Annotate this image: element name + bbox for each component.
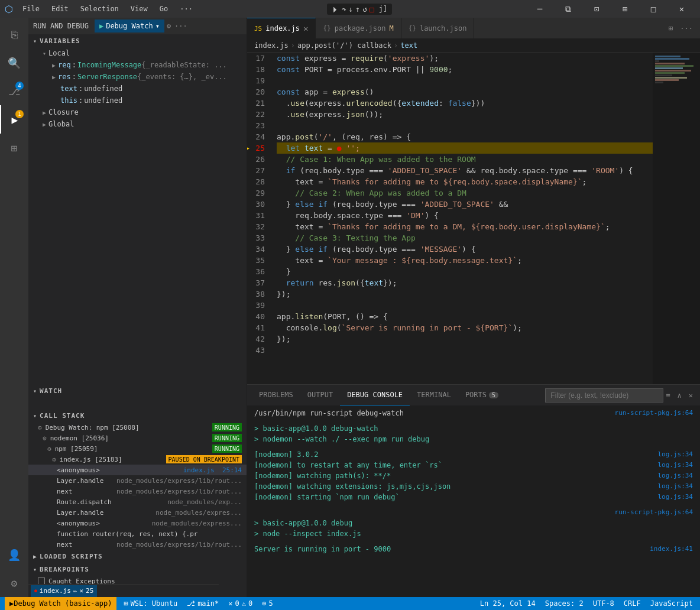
console-filter-input[interactable]: [545, 388, 663, 403]
indexjs-tab-icon: JS: [254, 25, 262, 33]
breakpoints-section-header[interactable]: ▾ BREAKPOINTS: [28, 563, 247, 576]
loaded-scripts-header[interactable]: ▶ LOADED SCRIPTS: [28, 550, 247, 563]
console-loc-7[interactable]: log.js:34: [657, 481, 693, 492]
panel-tab-debug-console[interactable]: DEBUG CONSOLE: [340, 385, 410, 405]
split-editor-icon[interactable]: ⊞: [666, 23, 675, 34]
cursor-status[interactable]: Ln 25, Col 14: [478, 599, 538, 608]
callstack-npm[interactable]: ⚙ npm [25059] RUNNING: [28, 443, 247, 454]
debug-step-out-btn[interactable]: ↑: [355, 5, 360, 14]
console-text-5: [nodemon] to restart at any time, enter …: [254, 460, 653, 471]
callstack-section-header[interactable]: ▾ CALL STACK: [28, 409, 247, 422]
activity-search[interactable]: 🔍: [0, 48, 28, 77]
tab-index-js[interactable]: JS index.js ✕: [247, 18, 316, 38]
callstack-router-fn[interactable]: function router(req, res, next) {.pr: [28, 528, 247, 539]
callstack-next-1[interactable]: next node_modules/express/lib/rout...: [28, 486, 247, 497]
debug-restart-btn[interactable]: ↺: [362, 5, 367, 14]
activity-source-control[interactable]: ⎇ 4: [0, 77, 28, 105]
run-label: RUN AND DEBUG: [33, 22, 89, 30]
var-req[interactable]: ▶ req : IncomingMessage {_readableState:…: [28, 59, 247, 71]
restore-btn[interactable]: □: [640, 0, 667, 18]
console-loc-6[interactable]: log.js:34: [657, 471, 693, 481]
menu-edit[interactable]: Edit: [47, 4, 73, 14]
tab-package-json[interactable]: {} package.json M: [316, 18, 401, 38]
panel-tab-terminal[interactable]: TERMINAL: [410, 385, 458, 405]
callstack-anonymous[interactable]: <anonymous> index.js 25:14: [28, 465, 247, 475]
variables-section-header[interactable]: ▾ VARIABLES: [28, 34, 247, 47]
code-line-28: text = `Thanks for adding me to ${req.bo…: [277, 176, 653, 187]
callstack-layer-handle-2[interactable]: Layer.handle node_modules/expres...: [28, 507, 247, 518]
breadcrumb-file[interactable]: index.js: [254, 41, 289, 50]
errors-status[interactable]: ✕ 0 ⚠ 0: [226, 599, 255, 608]
console-loc-12[interactable]: index.js:41: [650, 544, 693, 554]
text-name: text: [60, 85, 77, 93]
closure-scope[interactable]: ▶ Closure: [28, 106, 247, 118]
debug-step-into-btn[interactable]: ↓: [348, 5, 353, 14]
debug-status-item[interactable]: ▶ Debug Watch (basic-app): [5, 597, 116, 610]
encoding-status[interactable]: UTF-8: [591, 599, 617, 608]
ports-status[interactable]: ⊕ 5: [260, 599, 275, 608]
callstack-next-2[interactable]: next node_modules/express/lib/rout...: [28, 539, 247, 550]
code-content[interactable]: const express = require('express'); cons…: [272, 53, 653, 384]
this-name: this: [60, 96, 77, 105]
debug-stop-btn[interactable]: □: [370, 5, 374, 14]
bottom-tab-indexjs[interactable]: ● index.js ✏ ✕ 25: [31, 585, 97, 597]
menu-view[interactable]: View: [126, 4, 153, 14]
callstack-anonymous-2[interactable]: <anonymous> node_modules/express...: [28, 518, 247, 528]
code-editor[interactable]: 1718192021 222324 ▶ 25 2627282930 313233…: [247, 53, 653, 384]
layout-btn[interactable]: ⧉: [555, 0, 582, 18]
spaces-status[interactable]: Spaces: 2: [543, 599, 586, 608]
split-btn[interactable]: ⊞: [611, 0, 639, 18]
console-loc-8[interactable]: log.js:34: [657, 492, 693, 502]
more-tabs-icon[interactable]: ···: [678, 23, 695, 34]
layout2-btn[interactable]: ⊡: [583, 0, 610, 18]
debug-more-icon[interactable]: ···: [173, 21, 189, 31]
callstack-layer-handle-1[interactable]: Layer.handle node_modules/express/lib/ro…: [28, 475, 247, 486]
breadcrumb-var[interactable]: text: [400, 41, 417, 50]
watch-section-header[interactable]: ▾ WATCH: [28, 384, 247, 397]
bottom-tab-close-icon[interactable]: ✕: [79, 587, 83, 595]
wsl-status[interactable]: ⊞ WSL: Ubuntu: [121, 599, 180, 608]
panel-tab-problems[interactable]: PROBLEMS: [252, 385, 300, 405]
activity-extensions[interactable]: ⊞: [0, 134, 28, 162]
console-loc-1[interactable]: run-script-pkg.js:64: [615, 408, 693, 418]
var-this[interactable]: this : undefined: [28, 95, 247, 106]
var-text[interactable]: text : undefined: [28, 83, 247, 95]
tab-launch-json[interactable]: {} launch.json: [401, 18, 475, 38]
indexjs-tab-close[interactable]: ✕: [303, 24, 308, 33]
global-scope[interactable]: ▶ Global: [28, 118, 247, 130]
console-loc-4[interactable]: log.js:34: [657, 449, 693, 460]
menu-selection[interactable]: Selection: [76, 4, 124, 14]
panel-tab-ports[interactable]: PORTS 5: [458, 385, 505, 405]
line-ending-status[interactable]: CRLF: [621, 599, 643, 608]
language-status[interactable]: JavaScript: [648, 599, 695, 608]
callstack-route-dispatch[interactable]: Route.dispatch node_modules/exp...: [28, 497, 247, 507]
debug-gear-icon[interactable]: ⚙: [166, 21, 172, 31]
minimize-btn[interactable]: ─: [526, 0, 553, 18]
menu-more[interactable]: ···: [175, 4, 197, 14]
callstack-indexjs[interactable]: ⚙ index.js [25183] PAUSED ON BREAKPOINT: [28, 454, 247, 465]
console-loc-5[interactable]: log.js:34: [657, 460, 693, 471]
activity-accounts[interactable]: 👤: [0, 540, 28, 569]
activity-explorer[interactable]: ⎘: [0, 20, 28, 48]
console-loc-9[interactable]: run-script-pkg.js:64: [615, 507, 693, 518]
branch-status[interactable]: ⎇ main*: [184, 599, 221, 608]
activity-settings[interactable]: ⚙: [0, 569, 28, 597]
menu-go[interactable]: Go: [155, 4, 173, 14]
debug-config-dropdown[interactable]: ▶ Debug Watch ▾: [95, 20, 164, 33]
close-panel-icon[interactable]: ✕: [686, 390, 695, 401]
callstack-debug-watch[interactable]: ⚙ Debug Watch: npm [25008] RUNNING: [28, 422, 247, 433]
var-res[interactable]: ▶ res : ServerResponse {_events: {…}, _e…: [28, 71, 247, 83]
clear-console-icon[interactable]: ≡: [663, 390, 672, 401]
debug-badge: 1: [15, 110, 24, 118]
local-scope[interactable]: ▾ Local: [28, 47, 247, 59]
callstack-nodemon[interactable]: ⚙ nodemon [25036] RUNNING: [28, 433, 247, 443]
debug-continue-btn[interactable]: ⏵: [332, 5, 339, 14]
menu-file[interactable]: File: [18, 4, 44, 14]
close-btn[interactable]: ✕: [668, 0, 695, 18]
activity-run-debug[interactable]: ▶ 1: [0, 105, 28, 134]
debug-step-over-btn[interactable]: ↷: [342, 5, 346, 14]
panel-tab-output[interactable]: OUTPUT: [300, 385, 340, 405]
global-label: Global: [48, 120, 74, 128]
breadcrumb-fn[interactable]: app.post('/') callback: [297, 41, 391, 50]
scroll-lock-icon[interactable]: ∧: [675, 390, 684, 401]
